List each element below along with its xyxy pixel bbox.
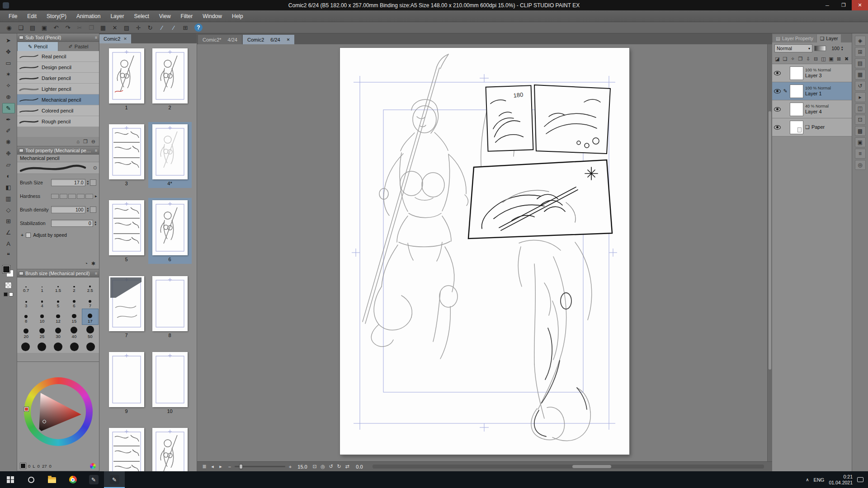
brush-size-17[interactable]: 17: [82, 309, 98, 324]
taskbar-start[interactable]: [0, 471, 21, 488]
prev-page-icon[interactable]: ◂: [209, 464, 216, 469]
stepper-down-icon[interactable]: ▾: [94, 223, 96, 226]
delete-button[interactable]: ✕: [109, 23, 120, 33]
opacity-slider[interactable]: [814, 46, 826, 51]
stepper-down-icon[interactable]: ▾: [87, 183, 89, 185]
layer-panel-tab-layer[interactable]: ❏Layer: [817, 34, 841, 42]
page-thumbnail[interactable]: [152, 276, 188, 331]
lock-layer-icon[interactable]: ⊠: [835, 56, 842, 62]
canvas-page[interactable]: 180: [340, 48, 629, 455]
merge-down-icon[interactable]: ⊟: [812, 56, 819, 62]
preview-zoom-icon[interactable]: ⊙: [93, 165, 97, 171]
copy-button[interactable]: ❐: [86, 23, 97, 33]
rotate-left-icon[interactable]: ↺: [327, 464, 335, 469]
airbrush-tool[interactable]: ❋: [2, 137, 15, 147]
close-icon[interactable]: ✕: [123, 37, 127, 41]
hue-ring[interactable]: [24, 377, 93, 446]
canvas-menu-icon[interactable]: ≣: [201, 464, 208, 469]
menu-story-p[interactable]: Story(P): [42, 10, 71, 22]
tone-panel-icon[interactable]: ▩: [855, 126, 866, 136]
page-thumbnail[interactable]: [109, 124, 144, 179]
subtool-item-darker-pencil[interactable]: Darker pencil: [17, 73, 99, 84]
menu-edit[interactable]: Edit: [22, 10, 42, 22]
black-chip[interactable]: [4, 292, 8, 296]
page-thumbnail[interactable]: [109, 200, 144, 255]
subtool-item-real-pencil[interactable]: Real pencil: [17, 51, 99, 62]
brush-size-15[interactable]: 15: [66, 309, 82, 324]
hardness-expand-icon[interactable]: ▸: [95, 194, 97, 198]
balloon-tool[interactable]: ❝: [2, 250, 15, 260]
next-page-icon[interactable]: ▸: [217, 464, 224, 469]
page-6[interactable]: 6: [148, 198, 192, 264]
zoom-out-icon[interactable]: −: [226, 464, 233, 469]
layer-row-layer-4[interactable]: 40 % NormalLayer 4: [772, 100, 852, 118]
zoom-in-icon[interactable]: +: [287, 464, 294, 469]
timeline-panel-icon[interactable]: ≡: [855, 149, 866, 159]
ruler-tool[interactable]: ∠: [2, 227, 15, 238]
page-9[interactable]: 9: [105, 350, 148, 416]
new-vector-layer-icon[interactable]: ✧: [789, 56, 796, 62]
subtool-item-mechanical-pencil[interactable]: Mechanical pencil: [17, 94, 99, 105]
brush-size-20[interactable]: 20: [18, 324, 34, 340]
save-file-button[interactable]: ▣: [39, 23, 50, 33]
page-manager-tab[interactable]: Comic2 ✕: [99, 34, 131, 43]
brush-size-5[interactable]: 5: [50, 294, 66, 309]
new-layer-folder-icon[interactable]: ❐: [797, 56, 804, 62]
stepper-down-icon[interactable]: ▾: [87, 210, 89, 212]
page-thumbnail[interactable]: [109, 352, 144, 407]
page-5[interactable]: 5: [105, 198, 148, 264]
subtool-item-colored-pencil[interactable]: Colored pencil: [17, 105, 99, 116]
page-partial[interactable]: [105, 426, 148, 471]
menu-help[interactable]: Help: [227, 10, 248, 22]
page-thumbnail[interactable]: [152, 48, 188, 103]
language-indicator[interactable]: ENG: [814, 477, 825, 483]
sub-tool-detail-icon[interactable]: ✱: [91, 261, 95, 267]
minimize-button[interactable]: ─: [819, 0, 835, 10]
brush-size-40[interactable]: 40: [66, 324, 82, 340]
close-icon[interactable]: ✕: [287, 38, 290, 42]
main-color-swatch[interactable]: [3, 266, 10, 273]
page-thumbnail[interactable]: [109, 48, 144, 103]
page-4[interactable]: 4*: [148, 122, 192, 188]
page-thumbnail[interactable]: [109, 276, 144, 331]
operation-tool[interactable]: ➤: [2, 35, 15, 46]
expand-icon[interactable]: +: [21, 232, 24, 238]
layer-row-layer-1[interactable]: ✎100 % NormalLayer 1: [772, 82, 852, 100]
duplicate-subtool-icon[interactable]: ❐: [83, 139, 88, 145]
brush-size-source-button[interactable]: [90, 179, 96, 186]
layer-visibility-eye-icon[interactable]: [774, 71, 781, 75]
document-tab-comic2-6[interactable]: Comic2 6/24 ✕: [243, 35, 294, 44]
brush-size-4[interactable]: 4: [34, 294, 50, 309]
taskbar-chrome[interactable]: [62, 471, 83, 488]
brush-size-stepper[interactable]: ▴▾: [87, 180, 89, 185]
help-button[interactable]: ?: [194, 23, 203, 32]
snap-to-grid-button[interactable]: ⊞: [180, 23, 191, 33]
zoom-tool[interactable]: ⊕: [2, 92, 15, 102]
page-partial[interactable]: [148, 426, 192, 471]
figure-tool[interactable]: ◇: [2, 205, 15, 215]
new-file-button[interactable]: ❏: [15, 23, 26, 33]
horizontal-scrollbar[interactable]: [373, 465, 764, 469]
apply-mask-icon[interactable]: ▣: [828, 56, 835, 62]
transparent-color-swatch[interactable]: [5, 282, 12, 289]
information-panel-icon[interactable]: ▦: [855, 70, 866, 80]
move-layer-tool[interactable]: ✥: [2, 47, 15, 57]
stepper-down-icon[interactable]: ▾: [841, 48, 843, 51]
layer-panel-tab-layer-property[interactable]: ▤Layer Property: [773, 34, 816, 42]
brush-size-50[interactable]: 50: [82, 324, 98, 340]
rotate-right-icon[interactable]: ↻: [335, 464, 343, 469]
brush-size-2-5[interactable]: 2.5: [82, 278, 98, 294]
cut-button[interactable]: ✂: [74, 23, 85, 33]
brush-size-7[interactable]: 7: [82, 294, 98, 309]
blend-tool[interactable]: ◐: [2, 171, 15, 181]
saturation-value-marker[interactable]: [42, 420, 46, 423]
hue-marker[interactable]: [24, 407, 28, 411]
taskbar-cortana[interactable]: [21, 471, 42, 488]
pen-tool[interactable]: ✒: [2, 114, 15, 125]
selection-tool[interactable]: ▭: [2, 58, 15, 68]
open-clip-studio-button[interactable]: ◉: [4, 23, 14, 33]
text-tool[interactable]: A: [2, 239, 15, 249]
subtool-tab-pastel[interactable]: ✐Pastel: [58, 42, 99, 51]
fill-button[interactable]: ▨: [121, 23, 132, 33]
adjust-by-speed-checkbox[interactable]: [26, 233, 31, 238]
